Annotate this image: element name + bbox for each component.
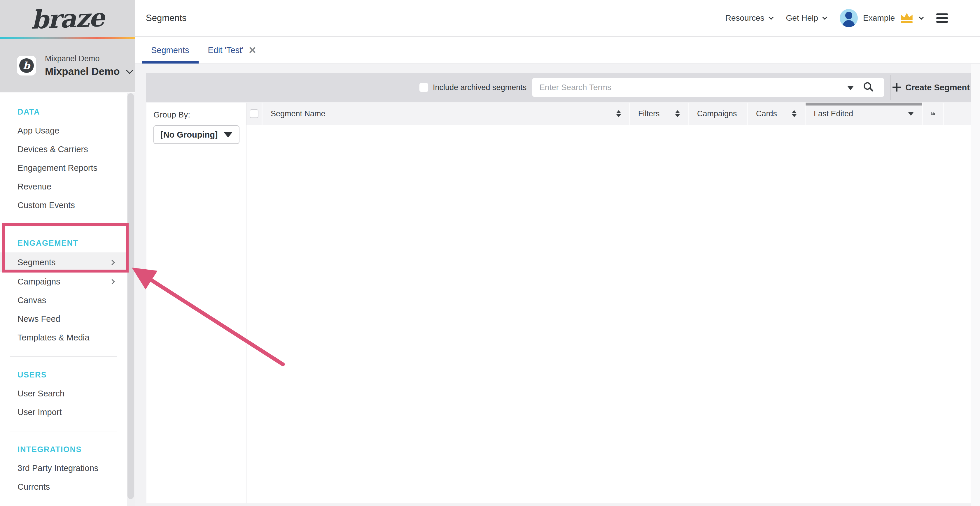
column-header-empty xyxy=(944,103,971,125)
braze-dashboard: braze b Mixpanel Demo Mixpanel Demo DATA… xyxy=(0,0,980,506)
braze-logo: braze xyxy=(30,2,104,34)
sidebar-item-app-usage[interactable]: App Usage xyxy=(0,121,127,140)
search-input[interactable] xyxy=(532,78,884,97)
section-data: DATA xyxy=(0,103,127,121)
sidebar-item-revenue[interactable]: Revenue xyxy=(0,177,127,196)
sidebar: braze b Mixpanel Demo Mixpanel Demo DATA… xyxy=(0,0,135,506)
chevron-down-icon xyxy=(919,15,924,20)
hamburger-menu-icon[interactable] xyxy=(936,13,948,23)
chevron-down-icon xyxy=(822,15,827,20)
sidebar-item-campaigns[interactable]: Campaigns xyxy=(0,272,127,291)
chevron-right-icon xyxy=(110,279,115,284)
resources-menu[interactable]: Resources xyxy=(725,13,772,23)
bar-chart-icon xyxy=(931,108,935,119)
tab-bar: Segments Edit 'Test' × xyxy=(135,37,980,63)
caret-down-icon xyxy=(224,132,232,138)
get-help-menu[interactable]: Get Help xyxy=(786,13,826,23)
main-content: Include archived segments Create Segment… xyxy=(135,64,980,506)
column-header-filters[interactable]: Filters xyxy=(630,103,689,125)
table-body xyxy=(247,125,971,503)
section-engagement: ENGAGEMENT xyxy=(0,234,127,252)
top-bar: Segments Resources Get Help Example xyxy=(135,0,980,37)
sidebar-item-currents[interactable]: Currents xyxy=(0,477,127,496)
search-dropdown-caret-icon[interactable] xyxy=(847,86,854,90)
column-header-segment-name[interactable]: Segment Name xyxy=(262,103,630,125)
sidebar-nav: DATA App Usage Devices & Carriers Engage… xyxy=(0,93,127,496)
sidebar-divider xyxy=(10,431,117,431)
chevron-right-icon xyxy=(110,260,115,265)
tab-segments[interactable]: Segments xyxy=(142,37,199,63)
sort-icon[interactable] xyxy=(675,110,680,117)
section-users: USERS xyxy=(0,365,127,384)
search-box xyxy=(532,78,884,97)
chevron-down-icon xyxy=(768,15,773,20)
sidebar-item-3rd-party-integrations[interactable]: 3rd Party Integrations xyxy=(0,459,127,477)
sidebar-item-user-import[interactable]: User Import xyxy=(0,403,127,422)
column-header-cards[interactable]: Cards xyxy=(748,103,806,125)
tab-edit-test[interactable]: Edit 'Test' × xyxy=(199,37,266,63)
select-all-checkbox[interactable] xyxy=(250,109,258,118)
sidebar-scrollbar-thumb[interactable] xyxy=(127,93,134,499)
create-segment-button[interactable]: Create Segment xyxy=(891,73,971,102)
sidebar-item-canvas[interactable]: Canvas xyxy=(0,291,127,309)
crown-icon xyxy=(900,12,913,24)
avatar xyxy=(840,9,858,27)
column-header-analytics[interactable] xyxy=(923,103,944,125)
sidebar-item-custom-events[interactable]: Custom Events xyxy=(0,196,127,214)
account-name: Example xyxy=(863,13,895,23)
column-header-last-edited[interactable]: Last Edited xyxy=(806,103,923,125)
search-icon[interactable] xyxy=(864,82,871,90)
segments-table: Segment Name Filters Campaigns Cards Las… xyxy=(247,103,971,503)
column-header-campaigns[interactable]: Campaigns xyxy=(689,103,748,125)
workspace-name: Mixpanel Demo xyxy=(45,66,120,77)
sort-icon[interactable] xyxy=(792,110,797,117)
group-by-label: Group By: xyxy=(153,110,246,119)
include-archived-checkbox[interactable] xyxy=(419,83,428,92)
sidebar-item-news-feed[interactable]: News Feed xyxy=(0,309,127,328)
sidebar-item-devices-carriers[interactable]: Devices & Carriers xyxy=(0,140,127,159)
brand-gradient-bar xyxy=(0,37,135,39)
sidebar-item-engagement-reports[interactable]: Engagement Reports xyxy=(0,159,127,177)
chevron-down-icon xyxy=(126,67,133,74)
braze-b-icon: b xyxy=(19,58,34,73)
section-integrations: INTEGRATIONS xyxy=(0,440,127,459)
sidebar-scrollbar[interactable] xyxy=(127,93,135,506)
sidebar-item-user-search[interactable]: User Search xyxy=(0,384,127,403)
sort-icon[interactable] xyxy=(616,110,621,117)
group-by-dropdown[interactable]: [No Grouping] xyxy=(153,125,239,144)
plus-icon xyxy=(892,83,900,92)
group-by-panel: Group By: [No Grouping] xyxy=(146,103,247,503)
workspace-label: Mixpanel Demo xyxy=(45,54,131,63)
table-header-row: Segment Name Filters Campaigns Cards Las… xyxy=(247,103,971,125)
segments-toolbar: Include archived segments Create Segment xyxy=(146,73,971,102)
workspace-selector[interactable]: b Mixpanel Demo Mixpanel Demo xyxy=(0,39,135,92)
sidebar-item-segments[interactable]: Segments xyxy=(0,252,127,272)
brand-header: braze xyxy=(0,0,135,37)
workspace-app-icon: b xyxy=(17,56,36,76)
include-archived-label: Include archived segments xyxy=(433,83,527,92)
close-icon[interactable]: × xyxy=(249,44,256,56)
account-menu[interactable]: Example xyxy=(840,9,922,27)
sort-desc-icon xyxy=(908,112,914,116)
sidebar-item-templates-media[interactable]: Templates & Media xyxy=(0,328,127,347)
select-all-cell xyxy=(247,103,262,125)
page-title: Segments xyxy=(146,13,187,23)
sidebar-divider xyxy=(10,356,117,357)
